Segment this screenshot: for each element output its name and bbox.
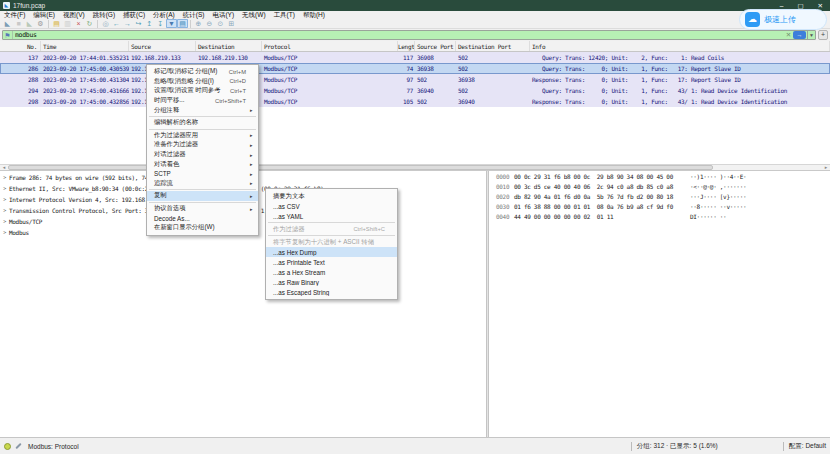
start-capture-icon[interactable]: ◣ [2, 19, 13, 28]
expander-icon[interactable]: > [0, 216, 9, 227]
hex-dump-row[interactable]: 001000 3c d5 ce 40 00 40 06 2c 94 c0 a8 … [496, 182, 830, 192]
expander-icon[interactable]: > [0, 172, 9, 183]
copy-submenu-item: 将字节复制为十六进制 + ASCII 转储 [266, 237, 397, 247]
copy-submenu-item[interactable]: 摘要为文本 [266, 191, 397, 201]
copy-submenu-item[interactable]: ...as YAML [266, 211, 397, 221]
go-first-packet-icon[interactable]: ↥ [144, 19, 155, 28]
context-menu-item[interactable]: Decode As... [147, 213, 258, 223]
context-menu-item[interactable]: 协议首选项▸ [147, 204, 258, 214]
colorize-icon[interactable]: ▤ [177, 19, 188, 28]
expander-icon[interactable]: > [0, 227, 9, 238]
clear-filter-icon[interactable]: ✕ [784, 31, 793, 39]
expander-icon[interactable]: > [0, 205, 9, 216]
auto-scroll-icon[interactable]: ▼ [166, 19, 177, 28]
horizontal-scrollbar[interactable]: ◂ ▸ [0, 164, 830, 171]
column-header[interactable]: Protocol [262, 41, 398, 51]
apply-filter-button[interactable]: → [793, 31, 806, 39]
hex-dump-row[interactable]: 0020db 82 90 4a 01 f6 d0 0a 5b 76 7d fb … [496, 192, 830, 202]
go-forward-icon[interactable]: → [122, 19, 133, 28]
packet-row[interactable]: 2982023-09-20 17:45:00.432856192.168.219… [0, 96, 830, 107]
hex-dump-row[interactable]: 004044 49 00 00 00 00 00 02 01 11DI·····… [496, 212, 830, 222]
context-menu-item[interactable]: 在新窗口显示分组(W) [147, 223, 258, 233]
display-filter-input[interactable] [13, 31, 784, 40]
zoom-out-icon[interactable]: ⊖ [204, 19, 215, 28]
menubar-item[interactable]: 帮助(H) [299, 11, 329, 19]
menubar-item[interactable]: 视图(V) [59, 11, 89, 19]
column-header[interactable]: Source Port [415, 41, 456, 51]
save-file-icon[interactable]: ▥ [62, 19, 73, 28]
filter-dropdown-icon[interactable]: ▼ [807, 31, 815, 39]
packet-row[interactable]: 2862023-09-20 17:45:00.430539192.168.219… [0, 63, 830, 74]
menu-item-label: ...as Hex Dump [266, 249, 389, 256]
restart-capture-icon[interactable]: ◣ [24, 19, 35, 28]
column-header[interactable]: Info [530, 41, 830, 51]
display-filter-field[interactable]: ⚑ ✕ → ▼ [2, 30, 816, 40]
expert-info-icon[interactable] [4, 443, 11, 450]
filter-bookmark-icon[interactable]: ⚑ [3, 31, 13, 40]
add-filter-button[interactable]: + [818, 30, 828, 40]
go-to-packet-icon[interactable]: ↪ [133, 19, 144, 28]
close-file-icon[interactable]: × [73, 19, 84, 28]
copy-submenu-item[interactable]: ...as Hex Dump [266, 247, 397, 257]
find-packet-icon[interactable]: ◎ [100, 19, 111, 28]
context-menu-item[interactable]: 准备作为过滤器▸ [147, 140, 258, 150]
menubar-item[interactable]: 编辑(E) [29, 11, 59, 19]
copy-submenu-item[interactable]: ...as Printable Text [266, 257, 397, 267]
menubar-item[interactable]: 捕获(C) [119, 11, 149, 19]
zoom-100-icon[interactable]: ⊙ [215, 19, 226, 28]
zoom-in-icon[interactable]: ⊕ [193, 19, 204, 28]
menubar-item[interactable]: 工具(T) [270, 11, 299, 19]
column-header[interactable]: Time [41, 41, 129, 51]
context-menu-item[interactable]: 对话过滤器▸ [147, 150, 258, 160]
menubar-item[interactable]: 分析(A) [149, 11, 179, 19]
column-header[interactable]: Destination [196, 41, 262, 51]
go-last-packet-icon[interactable]: ↧ [155, 19, 166, 28]
hex-bytes: 01 f6 38 88 00 00 01 01 08 0a 76 b9 a8 c… [514, 202, 690, 212]
scroll-left-icon[interactable]: ◂ [0, 165, 8, 170]
context-menu-item[interactable]: 标记/取消标记 分组(M)Ctrl+M [147, 67, 258, 77]
context-menu-item[interactable]: 追踪流▸ [147, 179, 258, 189]
profile-text[interactable]: 配置: Default [789, 442, 826, 451]
expander-icon[interactable]: > [0, 194, 9, 205]
context-menu-item[interactable]: 编辑解析的名称 [147, 118, 258, 128]
stop-capture-icon[interactable]: ■ [13, 19, 24, 28]
copy-submenu-item[interactable]: ...as a Hex Stream [266, 267, 397, 277]
column-header[interactable]: Destination Port [456, 41, 530, 51]
context-menu-item[interactable]: SCTP▸ [147, 169, 258, 179]
packet-row[interactable]: 2882023-09-20 17:45:00.431304192.168.219… [0, 74, 830, 85]
copy-submenu-item[interactable]: ...as Raw Binary [266, 277, 397, 287]
packet-cell-length: 74 [398, 63, 415, 74]
context-menu-item[interactable]: 设置/取消设置 时间参考Ctrl+T [147, 86, 258, 96]
capture-options-icon[interactable]: ⚙ [35, 19, 46, 28]
column-header[interactable]: No. [0, 41, 41, 51]
menubar-item[interactable]: 电话(Y) [208, 11, 238, 19]
packet-list-header[interactable]: No.TimeSourceDestinationProtocolLengthSo… [0, 41, 830, 52]
column-header[interactable]: Length [398, 41, 415, 51]
hex-dump-row[interactable]: 003001 f6 38 88 00 00 01 01 08 0a 76 b9 … [496, 202, 830, 212]
reload-file-icon[interactable]: ↻ [84, 19, 95, 28]
scrollbar-thumb[interactable] [8, 165, 713, 170]
go-back-icon[interactable]: ← [111, 19, 122, 28]
copy-submenu-item[interactable]: ...as Escaped String [266, 287, 397, 297]
packet-row[interactable]: 1372023-09-20 17:44:01.535231192.168.219… [0, 52, 830, 63]
menubar-item[interactable]: 跳转(G) [89, 11, 119, 19]
menubar-item[interactable]: 无线(W) [238, 11, 269, 19]
column-header[interactable]: Source [129, 41, 196, 51]
copy-submenu-item[interactable]: ...as CSV [266, 201, 397, 211]
expander-icon[interactable]: > [0, 183, 9, 194]
context-menu-item[interactable]: 作为过滤器应用▸ [147, 131, 258, 141]
capture-comment-icon[interactable] [15, 443, 21, 449]
menubar-item[interactable]: 文件(F) [0, 11, 29, 19]
resize-columns-icon[interactable]: ⊞ [226, 19, 237, 28]
hex-dump-row[interactable]: 000000 0c 29 31 f6 b8 00 0c 29 b8 90 34 … [496, 172, 830, 182]
context-menu-item[interactable]: 对话着色▸ [147, 159, 258, 169]
context-menu-item[interactable]: 忽略/取消忽略 分组(I)Ctrl+D [147, 77, 258, 87]
context-menu-item[interactable]: 复制▸ [147, 191, 258, 201]
upload-overlay-button[interactable]: ☁ 极速上传 [739, 9, 827, 30]
menubar-item[interactable]: 统计(S) [179, 11, 209, 19]
context-menu-item[interactable]: 时间平移...Ctrl+Shift+T [147, 96, 258, 106]
context-menu-item[interactable]: 分组注释▸ [147, 105, 258, 115]
scroll-right-icon[interactable]: ▸ [822, 165, 830, 170]
open-file-icon[interactable]: ▤ [51, 19, 62, 28]
packet-row[interactable]: 2942023-09-20 17:45:00.431666192.168.219… [0, 85, 830, 96]
